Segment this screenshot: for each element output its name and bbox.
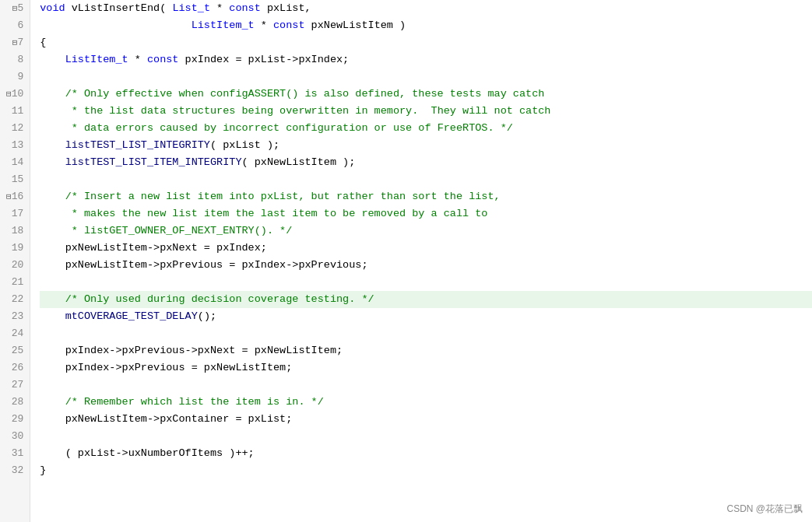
- code-line: mtCOVERAGE_TEST_DELAY();: [40, 308, 812, 325]
- code-line: pxNewListItem->pxContainer = pxList;: [40, 411, 812, 428]
- line-number: 8: [6, 51, 23, 68]
- line-number: 22: [6, 291, 23, 308]
- code-line: listTEST_LIST_ITEM_INTEGRITY( pxNewListI…: [40, 154, 812, 171]
- code-line: * makes the new list item the last item …: [40, 205, 812, 222]
- code-line: /* Insert a new list item into pxList, b…: [40, 188, 812, 205]
- code-line: ListItem_t * const pxIndex = pxList->pxI…: [40, 51, 812, 68]
- code-line: * data errors caused by incorrect config…: [40, 120, 812, 137]
- code-line: [40, 377, 812, 394]
- code-line: [40, 171, 812, 188]
- line-number: 9: [6, 68, 23, 86]
- line-number: 31: [6, 445, 23, 462]
- line-number: ⊟5: [6, 0, 23, 17]
- code-line: /* Only used during decision coverage te…: [40, 291, 812, 308]
- line-number: 15: [6, 171, 23, 188]
- line-number: 27: [6, 377, 23, 394]
- code-line: ( pxList->uxNumberOfItems )++;: [40, 445, 812, 462]
- line-number: 30: [6, 428, 23, 445]
- line-number: 6: [6, 17, 23, 34]
- code-line: /* Only effective when configASSERT() is…: [40, 86, 812, 103]
- code-content: void vListInsertEnd( List_t * const pxLi…: [30, 0, 812, 522]
- code-line: pxIndex->pxPrevious->pxNext = pxNewListI…: [40, 342, 812, 359]
- code-line: /* Remember which list the item is in. *…: [40, 394, 812, 411]
- code-line: * listGET_OWNER_OF_NEXT_ENTRY(). */: [40, 222, 812, 240]
- code-line: [40, 68, 812, 86]
- code-line: [40, 325, 812, 342]
- line-number: ⊟16: [6, 188, 23, 205]
- code-line: void vListInsertEnd( List_t * const pxLi…: [40, 0, 812, 17]
- line-number: 25: [6, 342, 23, 359]
- line-number: 12: [6, 120, 23, 137]
- code-editor: ⊟56⊟789⊟101112131415⊟1617181920212223242…: [0, 0, 812, 522]
- code-line: }: [40, 462, 812, 479]
- line-number: 24: [6, 325, 23, 342]
- code-line: pxNewListItem->pxPrevious = pxIndex->pxP…: [40, 257, 812, 274]
- code-line: [40, 428, 812, 445]
- line-number: 17: [6, 205, 23, 222]
- line-number: 19: [6, 240, 23, 257]
- line-number: 11: [6, 103, 23, 120]
- code-line: [40, 274, 812, 291]
- line-number: 20: [6, 257, 23, 274]
- line-number: 18: [6, 222, 23, 240]
- line-number: 26: [6, 359, 23, 377]
- line-number: ⊟7: [6, 34, 23, 51]
- code-line: pxIndex->pxPrevious = pxNewListItem;: [40, 359, 812, 377]
- line-number: 32: [6, 462, 23, 479]
- code-line: pxNewListItem->pxNext = pxIndex;: [40, 240, 812, 257]
- line-number: 13: [6, 137, 23, 154]
- code-line: ListItem_t * const pxNewListItem ): [40, 17, 812, 34]
- code-line: {: [40, 34, 812, 51]
- watermark: CSDN @花落已飘: [726, 503, 803, 516]
- line-number-gutter: ⊟56⊟789⊟101112131415⊟1617181920212223242…: [0, 0, 30, 522]
- line-number: 29: [6, 411, 23, 428]
- line-number: 14: [6, 154, 23, 171]
- line-number: 21: [6, 274, 23, 291]
- code-line: * the list data structures being overwri…: [40, 103, 812, 120]
- line-number: 23: [6, 308, 23, 325]
- line-number: ⊟10: [6, 86, 23, 103]
- line-number: 28: [6, 394, 23, 411]
- code-line: listTEST_LIST_INTEGRITY( pxList );: [40, 137, 812, 154]
